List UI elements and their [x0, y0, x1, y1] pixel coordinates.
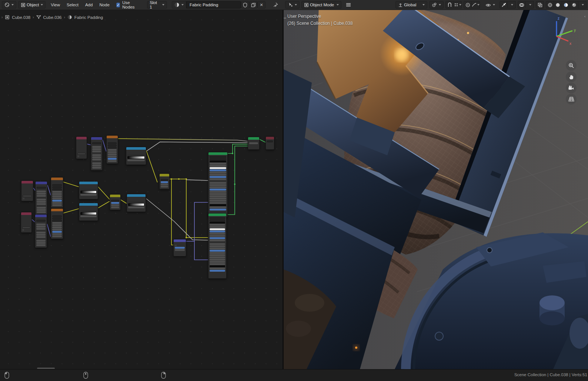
- node-mix-2[interactable]: Mix: [159, 173, 170, 189]
- overlays-dropdown[interactable]: [526, 1, 534, 9]
- camera-view-button[interactable]: [566, 83, 577, 93]
- pan-button[interactable]: [566, 72, 577, 82]
- node-mapping-2[interactable]: Mapping: [35, 181, 47, 215]
- proportional-circle-icon: [465, 3, 470, 7]
- node-body: [79, 184, 98, 199]
- node-row-s: [210, 263, 225, 265]
- node-row-s: [210, 202, 226, 204]
- breadcrumb-expand-icon[interactable]: ›: [1, 15, 3, 19]
- node-row-o: [22, 221, 30, 222]
- menu-select[interactable]: Select: [63, 0, 82, 10]
- snap-toggle[interactable]: [445, 1, 454, 9]
- editor-divider[interactable]: [283, 10, 284, 369]
- node-body: [76, 139, 87, 159]
- node-row-s: [92, 156, 101, 158]
- node-color-ramp-2[interactable]: ColorRamp: [79, 203, 98, 221]
- material-name-field[interactable]: Fabric Padding: [186, 1, 241, 9]
- node-tex-coord-3[interactable]: Texture Coordinate: [21, 212, 32, 233]
- gizmos-toggle[interactable]: [500, 1, 508, 9]
- node-noise-tex-1[interactable]: Noise Texture: [106, 135, 118, 164]
- node-bump[interactable]: Bump: [173, 239, 186, 256]
- mode-dropdown[interactable]: Object Mode: [301, 1, 341, 9]
- reroute-node[interactable]: [232, 153, 233, 154]
- chevron-down-icon: [162, 4, 164, 6]
- use-nodes-checkbox[interactable]: ✓: [116, 3, 120, 7]
- reroute-node[interactable]: [186, 178, 187, 180]
- node-row-g: [80, 218, 97, 219]
- node-row-s: [92, 162, 101, 164]
- reroute-node[interactable]: [171, 178, 172, 180]
- shading-dropdown[interactable]: [578, 1, 587, 9]
- node-mix-1[interactable]: Mix: [110, 194, 121, 210]
- orientation-dropdown[interactable]: Global: [395, 1, 427, 9]
- pivot-point-dropdown[interactable]: [429, 1, 444, 9]
- menu-view[interactable]: View: [47, 0, 63, 10]
- xray-toggle[interactable]: [536, 1, 544, 9]
- middle-mouse-icon: [83, 372, 88, 379]
- node-noise-tex-3[interactable]: Noise Texture: [51, 208, 63, 239]
- node-material-output[interactable]: Material Output: [265, 136, 274, 150]
- shader-type-dropdown[interactable]: Object: [18, 1, 46, 9]
- zoom-button[interactable]: [566, 60, 577, 71]
- pin-button[interactable]: [270, 1, 281, 9]
- node-header: Mix: [110, 195, 120, 197]
- browse-material-button[interactable]: [172, 1, 186, 9]
- menu-node[interactable]: Node: [96, 0, 113, 10]
- node-principled-2[interactable]: Principled BSDF: [208, 213, 227, 279]
- node-row-lb: [92, 145, 101, 146]
- shader-node-editor[interactable]: › Cube.038 › Cube.036 › Fabric Padding T…: [0, 10, 283, 369]
- node-mix-shader[interactable]: Mix Shader: [248, 137, 260, 150]
- node-row-s: [161, 186, 168, 188]
- node-color-ramp-0[interactable]: ColorRamp: [126, 147, 146, 165]
- node-row-s: [92, 167, 101, 169]
- gizmos-dropdown[interactable]: [508, 1, 516, 9]
- node-color-ramp-1[interactable]: ColorRamp: [79, 181, 98, 199]
- node-wire: [121, 200, 127, 203]
- active-tool-button[interactable]: [285, 1, 300, 9]
- node-tex-coord-2[interactable]: Texture Coordinate: [21, 180, 33, 201]
- viewport-3d[interactable]: z y x User Perspective (26) Scene Collec…: [284, 10, 588, 369]
- node-row-dk: [210, 222, 225, 223]
- shading-rendered-button[interactable]: [570, 1, 578, 9]
- visibility-dropdown[interactable]: [483, 1, 498, 9]
- light-object[interactable]: [353, 345, 359, 351]
- use-nodes-toggle[interactable]: ✓ Use Nodes: [116, 0, 136, 10]
- node-row-lb: [92, 161, 101, 162]
- node-mapping-1[interactable]: Mapping: [91, 137, 103, 170]
- menu-add[interactable]: Add: [82, 0, 96, 10]
- proportional-falloff-dropdown[interactable]: [472, 1, 480, 9]
- snap-settings-dropdown[interactable]: [454, 1, 462, 9]
- node-row-o: [23, 188, 32, 189]
- horizontal-scrollbar[interactable]: [37, 368, 55, 369]
- new-material-button[interactable]: [249, 1, 257, 9]
- chevron-down-icon: [439, 4, 441, 6]
- node-row-s: [52, 235, 62, 237]
- shading-wireframe-button[interactable]: [546, 1, 554, 9]
- node-row-o: [23, 192, 32, 193]
- reroute-node[interactable]: [234, 183, 235, 185]
- ortho-toggle-button[interactable]: [566, 94, 577, 105]
- node-wire: [186, 179, 208, 238]
- shading-material-button[interactable]: [562, 1, 570, 9]
- editor-type-button[interactable]: [2, 1, 16, 9]
- reroute-node[interactable]: [178, 178, 180, 180]
- proportional-edit-toggle[interactable]: [464, 1, 472, 9]
- shading-solid-button[interactable]: [554, 1, 562, 9]
- node-row-s: [210, 254, 225, 256]
- node-color-ramp-3[interactable]: ColorRamp: [127, 194, 146, 212]
- node-principled-1[interactable]: Principled BSDF: [208, 152, 228, 218]
- node-body: [51, 211, 63, 239]
- breadcrumb-material: Fabric Padding: [74, 15, 103, 20]
- viewport-menus-button[interactable]: [343, 1, 354, 9]
- node-mapping-3[interactable]: Mapping: [35, 214, 47, 248]
- reroute-node[interactable]: [186, 237, 187, 238]
- node-noise-tex-2[interactable]: Noise Texture: [51, 177, 63, 208]
- fake-user-button[interactable]: [241, 1, 249, 9]
- unlink-material-button[interactable]: ✕: [257, 1, 265, 9]
- node-tex-coord-1[interactable]: Texture Coordinate: [76, 136, 87, 159]
- region-corner-arrow[interactable]: ‹: [584, 14, 585, 19]
- node-row-s: [161, 183, 168, 185]
- overlays-toggle[interactable]: [518, 1, 526, 9]
- region-split-arrows[interactable]: ‹›: [284, 16, 286, 20]
- slot-dropdown[interactable]: Slot 1: [147, 1, 167, 9]
